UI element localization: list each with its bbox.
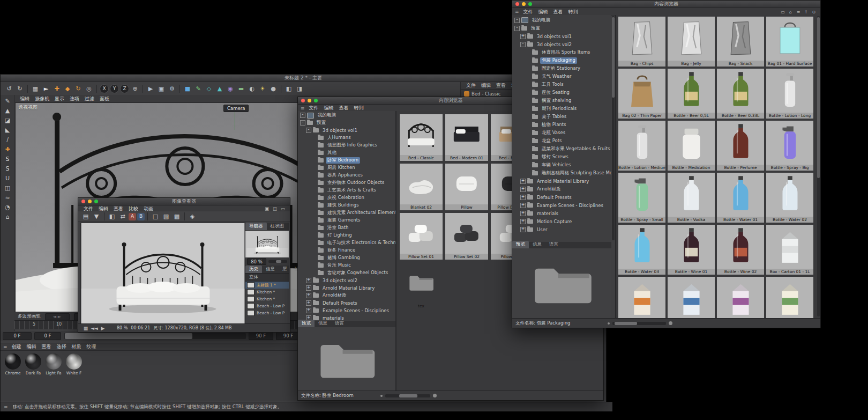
measure-tool-icon[interactable]: ◔	[3, 202, 12, 212]
history-item[interactable]: Kitchen *	[245, 296, 289, 303]
live-selection-icon[interactable]: ►	[41, 84, 51, 93]
tree-item[interactable]: -预置	[298, 119, 395, 127]
tree-item[interactable]: 建筑元素 Architectural Elements	[298, 209, 395, 217]
tree-item[interactable]: +materials	[512, 209, 611, 217]
menu-item[interactable]: 查看	[551, 9, 566, 16]
tree-item[interactable]: 建筑 Buildings	[298, 202, 395, 209]
thumbnail-pillow-set-02[interactable]: Pillow Set 02	[445, 213, 488, 260]
filter-icon[interactable]: ▧	[161, 212, 171, 222]
close-button[interactable]	[515, 2, 519, 6]
home-icon[interactable]: ⌂	[787, 9, 794, 16]
tree-item[interactable]: 车辆 Vehicles	[512, 161, 611, 169]
tree-item[interactable]: 卧室 Bedroom	[298, 157, 395, 164]
rotate-tool-icon[interactable]: ↻	[73, 84, 83, 93]
redo-icon[interactable]: ↻	[15, 84, 25, 93]
thumbnail-bottle-spray-big[interactable]: Bottle - Spray - Big	[766, 121, 813, 171]
timeline-scrollbar[interactable]	[64, 333, 246, 339]
list-view-icon[interactable]: ≡	[795, 9, 802, 16]
thumbnail-bottle-beer-0-33l[interactable]: Bottle - Beer 0.33L	[717, 69, 764, 119]
tree-item[interactable]: +Example Scenes - Disciplines	[298, 307, 395, 314]
tree-item[interactable]: +3d objects vol2	[298, 277, 395, 284]
tree-item[interactable]: 桌子 Tables	[512, 113, 611, 121]
tree-item[interactable]: +Example Scenes - Disciplines	[512, 201, 611, 209]
set-a-icon[interactable]: A	[129, 213, 136, 220]
menu-item[interactable]: 过滤	[82, 95, 97, 102]
coord-system-icon[interactable]: ⊕	[130, 84, 140, 93]
up-icon[interactable]: ↑	[803, 9, 810, 16]
range-end-field[interactable]: 90 F	[249, 332, 273, 340]
selection-brush-icon[interactable]: ▦	[31, 84, 40, 93]
thumbnail-bottle-water-01[interactable]: Bottle - Water 01	[717, 173, 764, 223]
disclosure-icon[interactable]: -	[306, 128, 311, 133]
zoom-button[interactable]	[314, 99, 318, 102]
last-tool-icon[interactable]: ◎	[84, 84, 94, 93]
disclosure-icon[interactable]: +	[306, 300, 311, 306]
minimize-button[interactable]	[308, 99, 311, 102]
history-item[interactable]: 未标题 1 *	[245, 282, 289, 289]
menu-item[interactable]: 文件	[521, 9, 536, 16]
spline-pen-icon[interactable]: ✎	[193, 84, 203, 93]
tab-preview[interactable]: 预览	[512, 241, 529, 248]
tree-item[interactable]: 体育用品 Sports Items	[512, 48, 611, 56]
thumbnail-blanket-02[interactable]: Blanket 02	[400, 164, 443, 210]
disclosure-icon[interactable]: -	[520, 42, 526, 47]
zoom-button[interactable]	[528, 2, 532, 6]
mirror-tool-icon[interactable]: ◫	[3, 183, 12, 193]
tree-item[interactable]: 室外物体 Outdoor Objects	[298, 179, 395, 187]
thumbnail-bottle-water-03[interactable]: Bottle - Water 03	[618, 225, 665, 275]
stereo-view-icon[interactable]: ◈	[188, 212, 197, 222]
generator-icon[interactable]: ◇	[204, 84, 214, 93]
menu-item[interactable]: 纹理	[84, 343, 99, 350]
tree-item[interactable]: 固定的 Stationary	[512, 64, 611, 72]
tree-item[interactable]: 齿轮对象 Cogwheel Objects	[298, 269, 395, 277]
thumbnail-bed-classic[interactable]: Bed - Classic	[400, 114, 443, 161]
tab-stereo[interactable]: 立体	[245, 274, 262, 281]
thumbnail-pillow-set-01[interactable]: Pillow Set 01	[400, 213, 443, 260]
magnet-tool-icon[interactable]: U	[3, 173, 12, 183]
minimize-button[interactable]	[88, 200, 92, 203]
camera-icon[interactable]: ◐	[247, 84, 257, 93]
workplane-icon[interactable]: ◨	[295, 84, 304, 93]
thumbnail-size-slider[interactable]	[608, 321, 672, 325]
menu-item[interactable]: 编辑	[478, 82, 493, 89]
thumbnail-tex[interactable]: tex	[400, 262, 443, 309]
tree-item[interactable]: 厨房 Kitchen	[298, 164, 395, 172]
disclosure-icon[interactable]: +	[520, 187, 526, 192]
thumbnails-icon[interactable]: ▦	[82, 324, 89, 331]
stitch-tool-icon[interactable]: ≈	[3, 193, 12, 202]
menu-item[interactable]: 创建	[9, 343, 24, 350]
spline-smooth-icon[interactable]: S	[3, 164, 12, 173]
tree-item[interactable]: 浴室 Bath	[298, 224, 395, 232]
tree-item[interactable]: +Default Presets	[298, 299, 395, 307]
current-frame-field[interactable]: 0 F	[3, 332, 32, 340]
tree-item[interactable]: +3d objects vol1	[512, 32, 611, 40]
tab-histogram[interactable]: 柱状图	[267, 223, 288, 230]
zoom-field[interactable]: 80 %	[247, 258, 266, 265]
thumbnail-box-carton-01-1l[interactable]: Box - Carton 01 - 1L	[766, 225, 813, 275]
tree-item[interactable]: 灯 Lighting	[298, 232, 395, 239]
tree-item[interactable]: -预置	[512, 24, 611, 32]
tree-item[interactable]: +Arnold Material Library	[512, 177, 611, 185]
tab-info[interactable]: 信息	[262, 266, 279, 273]
primitive-cube-icon[interactable]: ■	[183, 84, 192, 93]
material-ball-icon[interactable]: ●	[268, 84, 278, 93]
thumbnail-bottle-lotion-medium[interactable]: Bottle - Lotion - Medium	[618, 121, 665, 171]
compare-icon[interactable]: ◧	[107, 212, 117, 222]
menu-item[interactable]: 摄像机	[32, 95, 52, 102]
tree-item[interactable]: 庆祝 Celebration	[298, 194, 395, 202]
tree-item[interactable]: 期刊 Periodicals	[512, 105, 611, 113]
tree-item[interactable]: 螺钉 Screws	[512, 153, 611, 161]
swap-ab-icon[interactable]: ⇄	[118, 212, 128, 222]
tree-item[interactable]: 蔬菜和水果 Vegetables & Fruits	[512, 145, 611, 153]
tab-language[interactable]: 语言	[331, 320, 348, 327]
menu-item[interactable]: 选项	[67, 95, 82, 102]
tree-item[interactable]: 工具 Tools	[512, 80, 611, 89]
disclosure-icon[interactable]: -	[300, 113, 305, 118]
material-swatch[interactable]: Dark Fa	[24, 353, 42, 375]
tree-item[interactable]: +User	[512, 225, 611, 233]
material-swatch[interactable]: White F	[65, 353, 83, 375]
axis-z-icon[interactable]: Z	[120, 84, 129, 93]
tree-item[interactable]: 财务 Finance	[298, 247, 395, 254]
content-browser-2-titlebar[interactable]: 内容浏览器	[512, 1, 820, 8]
tree-item[interactable]: 座位 Seating	[512, 89, 611, 97]
